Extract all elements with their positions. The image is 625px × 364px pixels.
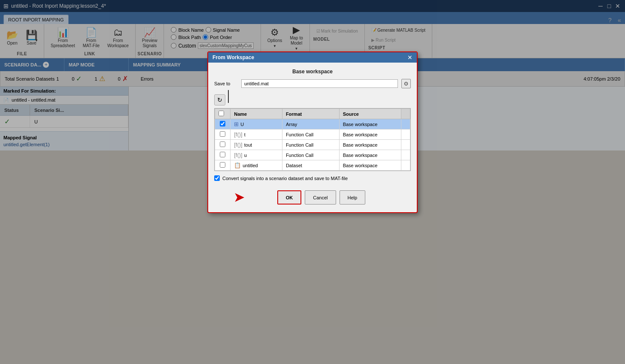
header-checkbox-col bbox=[215, 109, 231, 119]
modal-table-container: Name Format Source bbox=[214, 108, 411, 150]
row-scroll-cell bbox=[401, 129, 410, 140]
func-icon: [f()] bbox=[234, 141, 243, 148]
row-checkbox-cell bbox=[215, 119, 231, 129]
row-checkbox[interactable] bbox=[220, 131, 225, 137]
row-format-cell: Function Call bbox=[282, 140, 339, 150]
modal-section-title: Base workspace bbox=[214, 69, 411, 75]
table-row[interactable]: [f()] u Function Call Base workspace bbox=[215, 150, 410, 151]
header-format: Format bbox=[282, 109, 339, 119]
cursor-line bbox=[228, 90, 229, 103]
modal-body: Base workspace Save to ⊙ ↻ bbox=[208, 63, 417, 150]
modal-overlay: From Workspace ✕ Base workspace Save to … bbox=[0, 0, 625, 150]
header-name: Name bbox=[231, 109, 282, 119]
save-to-label: Save to bbox=[214, 81, 238, 86]
row-source-cell: Base workspace bbox=[339, 150, 401, 151]
browse-button[interactable]: ⊙ bbox=[401, 79, 411, 88]
row-checkbox[interactable] bbox=[220, 121, 225, 126]
row-name-cell: ⊞ U bbox=[231, 119, 282, 129]
table-row[interactable]: [f()] t Function Call Base workspace bbox=[215, 129, 410, 140]
header-scroll bbox=[401, 109, 410, 119]
row-scroll-cell bbox=[401, 140, 410, 150]
row-name-cell: [f()] tout bbox=[231, 140, 282, 150]
modal-title: From Workspace bbox=[212, 54, 254, 60]
modal-close-button[interactable]: ✕ bbox=[407, 54, 413, 60]
from-workspace-modal: From Workspace ✕ Base workspace Save to … bbox=[207, 51, 418, 150]
row-checkbox-cell bbox=[215, 140, 231, 150]
row-checkbox[interactable] bbox=[220, 141, 225, 147]
row-source-cell: Base workspace bbox=[339, 129, 401, 140]
row-name-cell: [f()] u bbox=[231, 150, 282, 151]
row-format-cell: Function Call bbox=[282, 129, 339, 140]
row-checkbox-cell bbox=[215, 129, 231, 140]
row-name-cell: [f()] t bbox=[231, 129, 282, 140]
header-source: Source bbox=[339, 109, 401, 119]
select-all-checkbox[interactable] bbox=[218, 111, 224, 116]
table-scroll-wrapper[interactable]: Name Format Source bbox=[214, 108, 411, 150]
table-row[interactable]: ⊞ U Array Base workspace bbox=[215, 119, 410, 129]
modal-title-bar: From Workspace ✕ bbox=[208, 52, 417, 63]
row-source-cell: Base workspace bbox=[339, 140, 401, 150]
row-name: t bbox=[244, 132, 246, 137]
table-row[interactable]: [f()] tout Function Call Base workspace bbox=[215, 140, 410, 150]
refresh-button[interactable]: ↻ bbox=[214, 94, 225, 105]
refresh-area: ↻ bbox=[214, 94, 411, 105]
row-format-cell: Function Call bbox=[282, 150, 339, 151]
row-name: tout bbox=[244, 142, 252, 147]
grid-icon: ⊞ bbox=[234, 121, 239, 127]
row-scroll-cell bbox=[401, 119, 410, 129]
row-scroll-cell bbox=[401, 150, 410, 151]
row-name: U bbox=[240, 122, 244, 127]
save-to-row: Save to ⊙ bbox=[214, 79, 411, 88]
save-to-input[interactable] bbox=[241, 79, 398, 88]
func-icon: [f()] bbox=[234, 131, 243, 138]
row-checkbox-cell bbox=[215, 150, 231, 151]
row-format-cell: Array bbox=[282, 119, 339, 129]
row-source-cell: Base workspace bbox=[339, 119, 401, 129]
workspace-table: Name Format Source bbox=[215, 108, 410, 150]
